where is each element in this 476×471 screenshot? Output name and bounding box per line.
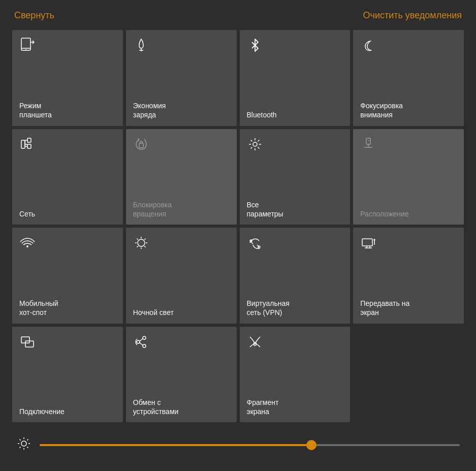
tile-vpn-label: Виртуальнаясеть (VPN) bbox=[247, 299, 343, 317]
focus-assist-icon bbox=[360, 37, 457, 55]
tile-network-label: Сеть bbox=[19, 209, 116, 218]
connect-icon bbox=[19, 334, 116, 352]
tile-vpn[interactable]: Виртуальнаясеть (VPN) bbox=[240, 228, 351, 324]
action-center: Свернуть Очистить уведомления Режимпланш… bbox=[0, 0, 476, 471]
tile-night-light[interactable]: Ночной свет bbox=[126, 228, 237, 324]
location-icon bbox=[360, 136, 457, 154]
svg-line-30 bbox=[257, 239, 259, 241]
svg-line-27 bbox=[137, 246, 138, 247]
svg-rect-8 bbox=[27, 138, 31, 142]
share-nearby-icon bbox=[133, 334, 230, 352]
svg-point-43 bbox=[137, 340, 140, 343]
tile-battery-saver-label: Экономиязаряда bbox=[133, 101, 230, 119]
all-settings-icon bbox=[247, 136, 343, 154]
svg-point-44 bbox=[143, 344, 146, 348]
tile-all-settings-label: Всепараметры bbox=[247, 200, 343, 218]
svg-line-55 bbox=[20, 447, 21, 448]
svg-rect-9 bbox=[27, 144, 31, 148]
cast-icon bbox=[360, 235, 457, 253]
night-light-icon bbox=[133, 235, 230, 253]
svg-line-29 bbox=[251, 242, 253, 244]
svg-line-54 bbox=[27, 447, 28, 448]
svg-line-28 bbox=[144, 239, 145, 240]
tile-location-label: Расположение bbox=[360, 209, 457, 218]
tile-tablet-mode[interactable]: Режимпланшета bbox=[12, 30, 123, 126]
tile-night-light-label: Ночной свет bbox=[133, 308, 230, 317]
brightness-slider[interactable] bbox=[40, 444, 460, 446]
vpn-icon bbox=[247, 235, 343, 253]
clear-notifications-button[interactable]: Очистить уведомления bbox=[363, 10, 462, 21]
collapse-button[interactable]: Свернуть bbox=[14, 10, 54, 21]
tile-mobile-hotspot-label: Мобильныйхот-спот bbox=[19, 299, 116, 317]
quick-actions-grid: Режимпланшета Экономиязаряда Bluetooth bbox=[12, 30, 464, 422]
svg-line-25 bbox=[137, 239, 138, 240]
mobile-hotspot-icon bbox=[19, 235, 116, 253]
svg-line-53 bbox=[20, 439, 21, 441]
network-icon bbox=[19, 136, 116, 154]
tile-share-nearby-label: Обмен сустройствами bbox=[133, 398, 230, 416]
brightness-icon bbox=[16, 436, 31, 454]
tile-mobile-hotspot[interactable]: Мобильныйхот-спот bbox=[12, 228, 123, 324]
tile-focus-assist[interactable]: Фокусировкавнимания bbox=[353, 30, 464, 126]
svg-point-2 bbox=[25, 49, 26, 50]
tile-tablet-mode-label: Режимпланшета bbox=[19, 101, 116, 119]
rotation-lock-icon bbox=[133, 136, 230, 154]
svg-point-48 bbox=[21, 441, 26, 446]
svg-rect-13 bbox=[139, 143, 143, 148]
battery-saver-icon bbox=[133, 37, 230, 55]
svg-point-42 bbox=[143, 336, 146, 339]
svg-line-46 bbox=[140, 342, 143, 345]
tile-empty bbox=[353, 327, 464, 423]
brightness-row bbox=[12, 431, 464, 459]
tile-snip-sketch[interactable]: Фрагментэкрана bbox=[240, 327, 351, 423]
svg-point-19 bbox=[26, 245, 28, 247]
svg-point-20 bbox=[138, 239, 145, 246]
svg-line-56 bbox=[27, 439, 28, 441]
tile-cast[interactable]: Передавать наэкран bbox=[353, 228, 464, 324]
tile-network[interactable]: Сеть bbox=[12, 129, 123, 225]
tile-location[interactable]: Расположение bbox=[353, 129, 464, 225]
svg-point-14 bbox=[253, 142, 257, 146]
tile-bluetooth[interactable]: Bluetooth bbox=[240, 30, 351, 126]
svg-rect-34 bbox=[362, 239, 372, 246]
header: Свернуть Очистить уведомления bbox=[12, 10, 464, 21]
tile-all-settings[interactable]: Всепараметры bbox=[240, 129, 351, 225]
tile-connect-label: Подключение bbox=[19, 407, 116, 416]
tablet-mode-icon bbox=[19, 37, 116, 55]
tile-rotation-lock[interactable]: Блокировкавращения bbox=[126, 129, 237, 225]
snip-sketch-icon bbox=[247, 334, 343, 352]
tile-bluetooth-label: Bluetooth bbox=[247, 110, 343, 119]
tile-focus-assist-label: Фокусировкавнимания bbox=[360, 101, 457, 119]
tile-snip-sketch-label: Фрагментэкрана bbox=[247, 398, 343, 416]
svg-rect-6 bbox=[21, 140, 25, 148]
tile-connect[interactable]: Подключение bbox=[12, 327, 123, 423]
tile-cast-label: Передавать наэкран bbox=[360, 299, 457, 317]
svg-line-26 bbox=[144, 246, 145, 247]
tile-share-nearby[interactable]: Обмен сустройствами bbox=[126, 327, 237, 423]
bluetooth-icon bbox=[247, 37, 343, 55]
tile-rotation-lock-label: Блокировкавращения bbox=[133, 200, 230, 218]
tile-battery-saver[interactable]: Экономиязаряда bbox=[126, 30, 237, 126]
svg-line-45 bbox=[140, 338, 143, 341]
